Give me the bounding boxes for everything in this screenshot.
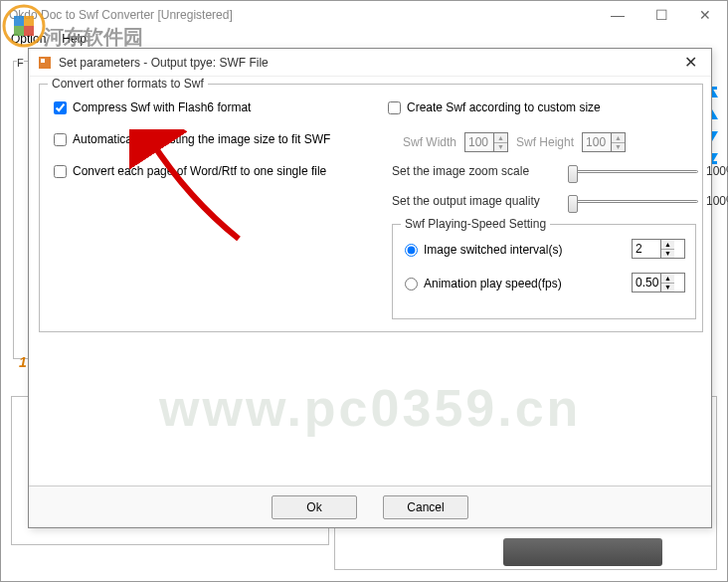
- spinner-down-icon[interactable]: ▼: [612, 143, 625, 152]
- singlefile-label: Convert each page of Word/Rtf to one sin…: [73, 164, 326, 178]
- file-list-header: F: [17, 57, 24, 69]
- start-button-bg[interactable]: [503, 538, 662, 566]
- app-icon: [37, 55, 53, 71]
- outer-titlebar: Okdo Doc to Swf Converter [Unregistered]…: [1, 1, 727, 29]
- customsize-checkbox[interactable]: [388, 101, 401, 114]
- zoom-row: Set the image zoom scale 100%: [392, 164, 728, 178]
- outer-window-title: Okdo Doc to Swf Converter [Unregistered]: [9, 8, 596, 22]
- spinner-down-icon[interactable]: ▼: [494, 143, 507, 152]
- convert-fieldset: Convert other formats to Swf Compress Sw…: [39, 84, 703, 332]
- menu-option[interactable]: Option: [11, 32, 46, 46]
- spinner-up-icon[interactable]: ▲: [494, 133, 507, 143]
- set-parameters-dialog: Set parameters - Output tpye: SWF File ✕…: [28, 48, 712, 528]
- swf-width-spinner[interactable]: ▲▼: [464, 132, 508, 152]
- speed-fieldset-label: Swf Playing-Speed Setting: [401, 217, 550, 231]
- fps-spinner[interactable]: ▲▼: [632, 273, 685, 292]
- quality-pct: 100%: [706, 194, 728, 208]
- speed-fieldset: Swf Playing-Speed Setting Image switched…: [392, 224, 696, 319]
- dialog-title: Set parameters - Output tpye: SWF File: [59, 56, 680, 70]
- swf-width-label: Swf Width: [403, 135, 456, 149]
- swf-width-input[interactable]: [465, 133, 493, 151]
- minimize-button[interactable]: —: [596, 1, 639, 29]
- dialog-body: Convert other formats to Swf Compress Sw…: [29, 77, 711, 485]
- autosize-checkbox-row[interactable]: Automatically adjusting the image size t…: [54, 132, 330, 146]
- swf-dimensions-row: Swf Width ▲▼ Swf Height ▲▼: [403, 132, 626, 152]
- menu-help[interactable]: Help: [62, 32, 87, 46]
- quality-row: Set the output image quality 100%: [392, 194, 728, 208]
- dialog-titlebar[interactable]: Set parameters - Output tpye: SWF File ✕: [29, 49, 711, 77]
- interval-row[interactable]: Image switched interval(s): [405, 243, 562, 257]
- convert-fieldset-label: Convert other formats to Swf: [48, 77, 208, 91]
- fps-row[interactable]: Animation play speed(fps): [405, 277, 562, 291]
- spinner-down-icon[interactable]: ▼: [661, 250, 674, 259]
- singlefile-checkbox-row[interactable]: Convert each page of Word/Rtf to one sin…: [54, 164, 326, 178]
- dialog-buttons: Ok Cancel: [29, 485, 711, 527]
- quality-label: Set the output image quality: [392, 194, 561, 208]
- maximize-button[interactable]: ☐: [639, 1, 683, 29]
- zoom-slider[interactable]: [569, 170, 698, 173]
- window-controls: — ☐ ✕: [596, 1, 727, 29]
- fps-radio[interactable]: [405, 278, 418, 291]
- spinner-up-icon[interactable]: ▲: [661, 274, 674, 284]
- file-count-label: 1: [19, 354, 27, 370]
- quality-slider[interactable]: [569, 200, 698, 203]
- compress-checkbox[interactable]: [54, 101, 67, 114]
- singlefile-checkbox[interactable]: [54, 165, 67, 178]
- fps-label: Animation play speed(fps): [424, 277, 562, 291]
- compress-checkbox-row[interactable]: Compress Swf with Flash6 format: [54, 100, 251, 114]
- interval-radio[interactable]: [405, 244, 418, 257]
- interval-input[interactable]: [633, 240, 660, 258]
- slider-thumb-icon[interactable]: [568, 165, 578, 183]
- fps-input[interactable]: [633, 274, 660, 291]
- interval-spinner[interactable]: ▲▼: [632, 239, 685, 259]
- svg-rect-1: [41, 59, 45, 63]
- autosize-label: Automatically adjusting the image size t…: [73, 132, 330, 146]
- close-button[interactable]: ✕: [683, 1, 727, 29]
- swf-height-input[interactable]: [583, 133, 611, 151]
- zoom-label: Set the image zoom scale: [392, 164, 561, 178]
- menubar: Option Help: [1, 29, 727, 49]
- compress-label: Compress Swf with Flash6 format: [73, 100, 251, 114]
- swf-height-label: Swf Height: [516, 135, 574, 149]
- zoom-pct: 100%: [706, 164, 728, 178]
- interval-label: Image switched interval(s): [424, 243, 562, 257]
- spinner-up-icon[interactable]: ▲: [661, 240, 674, 250]
- customsize-label: Create Swf according to custom size: [407, 100, 601, 114]
- cancel-button[interactable]: Cancel: [383, 495, 468, 519]
- autosize-checkbox[interactable]: [54, 133, 67, 146]
- spinner-up-icon[interactable]: ▲: [612, 133, 625, 143]
- swf-height-spinner[interactable]: ▲▼: [582, 132, 626, 152]
- dialog-close-button[interactable]: ✕: [680, 53, 701, 72]
- customsize-checkbox-row[interactable]: Create Swf according to custom size: [388, 100, 601, 114]
- slider-thumb-icon[interactable]: [568, 195, 578, 213]
- spinner-down-icon[interactable]: ▼: [661, 284, 674, 292]
- ok-button[interactable]: Ok: [272, 495, 357, 519]
